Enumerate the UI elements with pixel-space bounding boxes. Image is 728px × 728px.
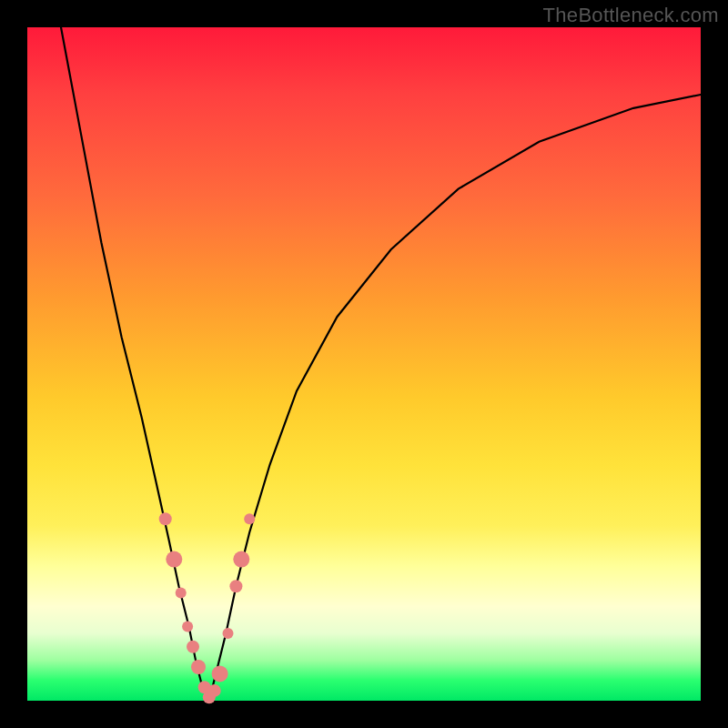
marker-group (159, 512, 256, 703)
plot-area (27, 27, 701, 701)
marker-point (166, 551, 182, 568)
marker-point (182, 622, 193, 632)
watermark-text: TheBottleneck.com (543, 4, 719, 27)
marker-point (233, 551, 249, 568)
curve-left-branch (61, 27, 209, 701)
marker-point (187, 641, 199, 653)
marker-point (176, 588, 187, 599)
chart-frame: TheBottleneck.com (0, 0, 728, 728)
marker-point (229, 580, 242, 592)
marker-point (223, 628, 234, 639)
curve-layer (27, 27, 701, 701)
marker-point (208, 684, 221, 697)
marker-point (212, 665, 228, 682)
marker-point (191, 660, 206, 674)
marker-point (244, 513, 255, 524)
curve-right-branch (209, 95, 701, 701)
marker-point (159, 512, 172, 525)
